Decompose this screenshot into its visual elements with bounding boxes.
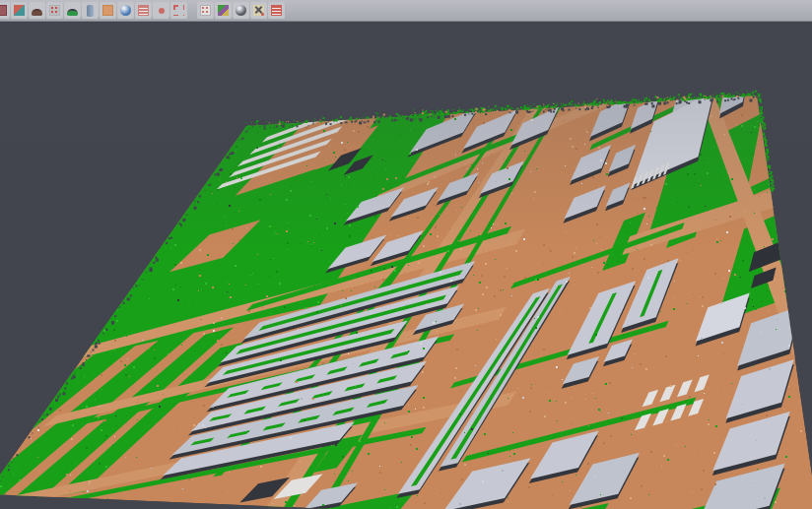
globe-icon[interactable] [117, 2, 134, 19]
measure-icon-glyph [271, 5, 282, 16]
zoom-extents-icon[interactable] [170, 2, 187, 19]
point-picker-icon-glyph [49, 5, 60, 16]
zoom-extents-icon-part [178, 5, 183, 16]
globe-icon-glyph [120, 5, 131, 16]
classification-map-icon-glyph [218, 5, 229, 16]
fit-view-icon[interactable] [11, 2, 28, 19]
layers-icon-glyph [138, 5, 149, 16]
vegetation-icon[interactable] [64, 2, 81, 19]
delete-points-icon-part [261, 13, 264, 16]
layers-icon[interactable] [135, 2, 152, 19]
app-window: { "app": {"name": "point-cloud-viewer", … [0, 0, 812, 509]
profile-icon-glyph [87, 5, 94, 17]
point-picker-icon[interactable] [46, 2, 63, 19]
point-cloud-canvas[interactable] [0, 23, 812, 509]
vegetation-icon-glyph [67, 9, 78, 16]
orthoimage-icon[interactable] [100, 2, 116, 19]
profile-icon[interactable] [82, 2, 99, 19]
camera-icon[interactable] [233, 2, 249, 19]
target-icon-glyph [159, 8, 165, 14]
zoom-extents-icon-glyph [173, 5, 184, 16]
grid-icon[interactable] [197, 2, 214, 19]
target-icon[interactable] [153, 2, 169, 19]
camera-icon-glyph [236, 5, 246, 16]
terrain-icon-glyph [32, 9, 42, 16]
delete-points-icon[interactable] [250, 2, 267, 19]
select-points-icon-glyph [0, 5, 7, 16]
measure-icon[interactable] [268, 2, 285, 19]
orthoimage-icon-glyph [102, 5, 113, 16]
terrain-icon[interactable] [29, 2, 45, 19]
toolbar [0, 0, 812, 22]
grid-icon-glyph [200, 5, 211, 16]
classification-map-icon[interactable] [215, 2, 232, 19]
select-points-icon[interactable] [0, 2, 10, 19]
fit-view-icon-glyph [14, 5, 25, 16]
viewport-3d[interactable] [0, 23, 812, 509]
delete-points-icon-glyph [253, 5, 264, 16]
